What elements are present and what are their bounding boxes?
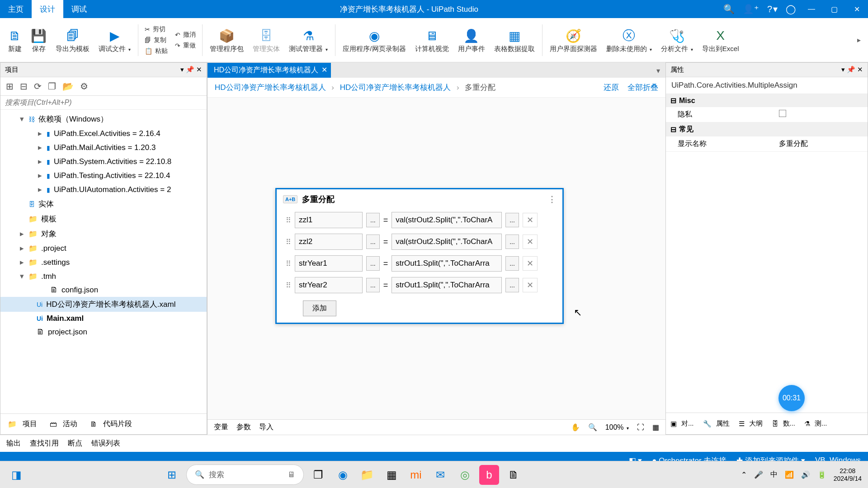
browse-expr-3[interactable]: ...: [505, 256, 519, 271]
zoom-level[interactable]: 100% ▾: [605, 423, 629, 432]
menu-debug[interactable]: 调试: [63, 0, 95, 18]
outlook-icon[interactable]: ✉: [430, 465, 450, 485]
ribbon-test-manager[interactable]: ⚗测试管理器 ▾: [284, 18, 332, 62]
multiple-assign-activity[interactable]: A+B 多重分配 ⋮ ⠿ ... = ... ✕ ⠿ ...: [275, 188, 564, 324]
tree-dot-project[interactable]: ▸📁.project: [0, 241, 207, 255]
expr-input-3[interactable]: [392, 255, 502, 272]
breakpoints-tab[interactable]: 断点: [68, 439, 82, 448]
task-view-icon[interactable]: ❐: [308, 465, 328, 485]
tree-file-project-json[interactable]: 🗎project.json: [0, 325, 207, 339]
pan-icon[interactable]: ✋: [571, 423, 580, 432]
drag-handle-icon[interactable]: ⠿: [286, 216, 291, 225]
find-references-tab[interactable]: 查找引用: [30, 439, 59, 448]
panel-pin-icon[interactable]: 📌: [847, 66, 855, 73]
ribbon-export-excel[interactable]: X导出到Excel: [698, 18, 744, 62]
overview-icon[interactable]: ▦: [652, 423, 659, 432]
ribbon-undo[interactable]: ↶ 撤消: [175, 31, 196, 39]
search-icon[interactable]: 🔍: [723, 4, 735, 14]
taskbar-search[interactable]: 🔍 搜索🖥: [186, 465, 304, 485]
browse-expr-2[interactable]: ...: [505, 235, 519, 249]
notepad-icon[interactable]: 🗎: [504, 465, 524, 485]
prop-display-name-value[interactable]: 多重分配: [779, 139, 863, 149]
tree-dependencies[interactable]: ▾⛓依赖项（Windows）: [0, 112, 207, 127]
tab-data[interactable]: 🗄 数...: [769, 416, 801, 432]
breadcrumb-1[interactable]: HD公司净资产增长率考核机器人: [215, 83, 326, 92]
zoom-icon[interactable]: 🔍: [588, 423, 597, 432]
widgets-icon[interactable]: ◨: [6, 465, 26, 485]
tree-dep-testing[interactable]: ▸▮UiPath.Testing.Activities = 22.10.4: [0, 169, 207, 183]
activity-menu-icon[interactable]: ⋮: [548, 194, 556, 204]
ribbon-export-template[interactable]: 🗐导出为模板: [51, 18, 94, 62]
tree-dep-uiautomation[interactable]: ▸▮UiPath.UIAutomation.Activities = 2: [0, 183, 207, 197]
arguments-tab[interactable]: 参数: [236, 422, 251, 432]
fit-screen-icon[interactable]: ⛶: [637, 423, 644, 432]
panel-close[interactable]: ✕: [196, 66, 202, 73]
error-list-tab[interactable]: 错误列表: [91, 439, 120, 448]
tab-properties[interactable]: 🔧 属性: [700, 416, 735, 432]
help-icon[interactable]: ?▾: [767, 4, 778, 14]
panel-dropdown[interactable]: ▾: [180, 66, 184, 73]
tree-file-config[interactable]: 🗎config.json: [0, 283, 207, 297]
taskbar-clock[interactable]: 22:08 2024/9/14: [834, 467, 862, 483]
browse-var-4[interactable]: ...: [366, 278, 380, 292]
ribbon-paste[interactable]: 📋 粘贴: [145, 47, 168, 55]
imports-tab[interactable]: 导入: [259, 422, 274, 432]
tray-chevron-icon[interactable]: ⌃: [741, 470, 747, 479]
app-pink-icon[interactable]: b: [479, 465, 499, 485]
tree-entities[interactable]: 🗄实体: [0, 197, 207, 211]
close-button[interactable]: ✕: [845, 5, 868, 14]
ribbon-debug-file[interactable]: ▶调试文件 ▾: [94, 18, 135, 62]
ribbon-recorder[interactable]: ◉应用程序/网页录制器: [338, 18, 410, 62]
ribbon-user-events[interactable]: 👤用户事件: [453, 18, 490, 62]
feedback-icon[interactable]: 👤⁺: [743, 4, 759, 14]
tab-outline[interactable]: ☰ 大纲: [736, 416, 768, 432]
tree-file-robot[interactable]: UiHD公司净资产增长率考核机器人.xaml: [0, 297, 207, 312]
tray-mic-icon[interactable]: 🎤: [754, 470, 763, 479]
tab-activity[interactable]: 🗃 活动: [46, 417, 85, 432]
tab-dropdown[interactable]: ▾: [651, 64, 665, 78]
browse-var-3[interactable]: ...: [366, 256, 380, 271]
show-all-icon[interactable]: ❐: [48, 81, 56, 92]
tree-file-main[interactable]: UiMain.xaml: [0, 312, 207, 325]
ribbon-analyze-file[interactable]: 🩺分析文件 ▾: [656, 18, 698, 62]
variables-tab[interactable]: 变量: [214, 422, 228, 432]
expr-input-4[interactable]: [392, 277, 502, 293]
browse-expr-1[interactable]: ...: [505, 213, 519, 227]
tab-object[interactable]: ▣ 对...: [668, 416, 699, 432]
document-tab[interactable]: HD公司净资产增长率考核机器人 ✕: [208, 63, 331, 78]
panel-close[interactable]: ✕: [857, 66, 863, 73]
browse-var-1[interactable]: ...: [366, 213, 380, 227]
ribbon-save[interactable]: 💾保存: [26, 18, 51, 62]
privacy-checkbox[interactable]: [779, 110, 786, 117]
expr-input-2[interactable]: [392, 234, 502, 250]
var-input-3[interactable]: [295, 255, 363, 272]
collapse-all-button[interactable]: 全部折叠: [627, 83, 658, 92]
tree-dep-excel[interactable]: ▸▮UiPath.Excel.Activities = 2.16.4: [0, 127, 207, 141]
remove-row-4[interactable]: ✕: [523, 278, 538, 292]
breadcrumb-2[interactable]: HD公司净资产增长率考核机器人: [340, 83, 451, 92]
ribbon-table-extract[interactable]: ▦表格数据提取: [490, 18, 539, 62]
browse-var-2[interactable]: ...: [366, 235, 380, 249]
tree-objects[interactable]: ▸📁对象: [0, 226, 207, 241]
collapse-all-icon[interactable]: ⊟: [20, 81, 28, 92]
remove-row-1[interactable]: ✕: [523, 213, 538, 227]
tree-dep-mail[interactable]: ▸▮UiPath.Mail.Activities = 1.20.3: [0, 141, 207, 155]
menu-home[interactable]: 主页: [0, 0, 32, 18]
collapse-icon[interactable]: ⊟: [670, 96, 676, 105]
volume-icon[interactable]: 🔊: [801, 470, 810, 479]
browser-icon[interactable]: ◎: [455, 465, 475, 485]
expand-all-icon[interactable]: ⊞: [6, 81, 14, 92]
store-icon[interactable]: ▦: [382, 465, 401, 485]
output-tab[interactable]: 输出: [6, 439, 21, 448]
wifi-icon[interactable]: 📶: [785, 470, 794, 479]
maximize-button[interactable]: ▢: [823, 5, 845, 14]
drag-handle-icon[interactable]: ⠿: [286, 259, 291, 268]
browse-expr-4[interactable]: ...: [505, 278, 519, 292]
var-input-1[interactable]: [295, 212, 363, 228]
ribbon-redo[interactable]: ↷ 重做: [175, 42, 196, 50]
tree-dot-tmh[interactable]: ▾📁.tmh: [0, 269, 207, 283]
ribbon-new[interactable]: 🗎新建: [4, 18, 26, 62]
panel-dropdown[interactable]: ▾: [841, 66, 845, 73]
explorer-icon[interactable]: 📁: [357, 465, 377, 485]
minimize-button[interactable]: ―: [800, 5, 823, 14]
